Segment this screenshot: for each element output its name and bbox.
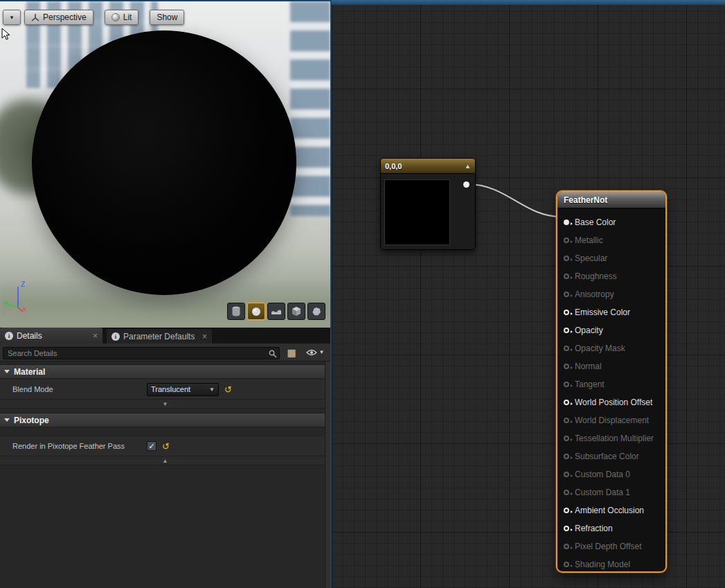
pin-row-emissive-color[interactable]: Emissive Color xyxy=(557,303,665,321)
input-pin-icon[interactable] xyxy=(564,346,569,351)
input-pin-icon[interactable] xyxy=(564,274,569,279)
lit-button[interactable]: Lit xyxy=(105,10,139,25)
input-pin-icon[interactable] xyxy=(564,220,569,225)
pixotope-category-header[interactable]: Pixotope xyxy=(0,413,330,427)
input-pin-icon[interactable] xyxy=(564,238,569,243)
perspective-icon xyxy=(31,13,39,21)
collapse-icon[interactable]: ▲ xyxy=(465,163,471,170)
pin-label: Custom Data 1 xyxy=(575,488,630,497)
blend-mode-row: Blend Mode Translucent ▼ ↺ xyxy=(0,380,330,400)
output-pin[interactable] xyxy=(463,181,469,188)
material-node-graph[interactable]: 0,0,0 ▲ FeatherNot Base ColorMetallicSpe… xyxy=(332,0,725,588)
pin-label: Tessellation Multiplier xyxy=(575,434,654,443)
cylinder-shape-button[interactable] xyxy=(227,303,245,320)
input-pin-icon[interactable] xyxy=(564,508,569,513)
pin-label: Tangent xyxy=(575,380,605,389)
pin-row-custom-data-0[interactable]: Custom Data 0 xyxy=(557,465,665,483)
input-pin-icon[interactable] xyxy=(564,310,569,315)
pin-label: Pixel Depth Offset xyxy=(575,542,642,551)
mouse-cursor xyxy=(1,28,11,44)
material-result-node[interactable]: FeatherNot Base ColorMetallicSpecularRou… xyxy=(556,190,667,573)
property-matrix-icon[interactable]: ▦ xyxy=(284,346,299,359)
constant-color-node[interactable]: 0,0,0 ▲ xyxy=(380,158,476,250)
input-pin-icon[interactable] xyxy=(564,454,569,459)
advanced-expander[interactable]: ▼ xyxy=(0,400,330,409)
input-pin-icon[interactable] xyxy=(564,328,569,333)
cube-shape-button[interactable] xyxy=(287,303,305,320)
lit-label: Lit xyxy=(123,12,132,22)
lit-sphere-icon xyxy=(111,13,120,21)
pin-row-roughness[interactable]: Roughness xyxy=(557,267,665,285)
tab-parameter-defaults[interactable]: i Parameter Defaults × xyxy=(107,329,212,344)
feather-pass-label: Render in Pixotope Feather Pass xyxy=(0,442,147,450)
pin-label: Metallic xyxy=(575,235,603,245)
preview-sphere xyxy=(32,30,296,295)
pin-row-base-color[interactable]: Base Color xyxy=(557,213,665,231)
details-search-row: ▦ ▼ xyxy=(0,344,330,362)
input-pin-icon[interactable] xyxy=(564,544,569,549)
pin-row-world-displacement[interactable]: World Displacement xyxy=(557,411,665,429)
chevron-down-icon: ▾ xyxy=(10,14,14,21)
reset-to-default-icon[interactable]: ↺ xyxy=(162,442,170,451)
input-pin-icon[interactable] xyxy=(564,256,569,261)
pin-row-opacity[interactable]: Opacity xyxy=(557,321,665,339)
graph-top-bar xyxy=(332,0,725,5)
input-pin-icon[interactable] xyxy=(564,526,569,531)
show-button[interactable]: Show xyxy=(150,10,184,25)
collapse-expander[interactable]: ▲ xyxy=(0,456,330,465)
pin-row-metallic[interactable]: Metallic xyxy=(557,231,665,249)
chevron-down-icon: ▼ xyxy=(209,386,215,393)
input-pin-icon[interactable] xyxy=(564,364,569,369)
svg-text:x: x xyxy=(23,305,26,312)
expanded-triangle-icon xyxy=(4,370,10,373)
color-swatch[interactable] xyxy=(384,179,450,245)
tab-label: Parameter Defaults xyxy=(123,332,195,341)
pin-row-world-position-offset[interactable]: World Position Offset xyxy=(557,393,665,411)
pin-label: Roughness xyxy=(575,271,617,281)
pin-row-ambient-occlusion[interactable]: Ambient Occlusion xyxy=(557,501,665,519)
reset-to-default-icon[interactable]: ↺ xyxy=(224,385,232,394)
plane-shape-button[interactable] xyxy=(267,303,285,320)
material-preview-viewport[interactable]: ▾ Perspective Lit Show xyxy=(0,0,330,328)
pin-row-tessellation-multiplier[interactable]: Tessellation Multiplier xyxy=(557,429,665,447)
pin-row-subsurface-color[interactable]: Subsurface Color xyxy=(557,447,665,465)
search-input[interactable] xyxy=(3,347,280,359)
close-icon[interactable]: × xyxy=(202,332,207,341)
constant-node-title: 0,0,0 xyxy=(385,162,402,170)
blend-mode-dropdown[interactable]: Translucent ▼ xyxy=(147,383,219,396)
sphere-shape-button[interactable] xyxy=(247,303,265,320)
input-pin-icon[interactable] xyxy=(564,562,569,567)
pin-row-custom-data-1[interactable]: Custom Data 1 xyxy=(557,483,665,501)
mesh-shape-button[interactable] xyxy=(307,303,325,320)
input-pin-icon[interactable] xyxy=(564,418,569,423)
pin-label: Custom Data 0 xyxy=(575,470,630,479)
input-pin-icon[interactable] xyxy=(564,292,569,297)
constant-node-header[interactable]: 0,0,0 ▲ xyxy=(381,159,475,174)
input-pin-icon[interactable] xyxy=(564,436,569,441)
pin-row-specular[interactable]: Specular xyxy=(557,249,665,267)
details-scrollbar[interactable] xyxy=(325,362,330,588)
feather-pass-row: Render in Pixotope Feather Pass ✓ ↺ xyxy=(0,436,330,456)
pin-row-anisotropy[interactable]: Anisotropy xyxy=(557,285,665,303)
tab-details[interactable]: i Details × xyxy=(0,328,102,344)
close-icon[interactable]: × xyxy=(93,332,98,340)
pin-row-shading-model[interactable]: Shading Model xyxy=(557,555,665,573)
input-pin-icon[interactable] xyxy=(564,400,569,405)
material-node-pins: Base ColorMetallicSpecularRoughnessAniso… xyxy=(557,208,665,573)
material-category-header[interactable]: Material xyxy=(0,364,330,379)
material-node-header[interactable]: FeatherNot xyxy=(557,192,665,208)
pin-label: Emissive Color xyxy=(575,308,630,317)
input-pin-icon[interactable] xyxy=(564,490,569,495)
perspective-button[interactable]: Perspective xyxy=(24,10,93,25)
pin-label: Opacity Mask xyxy=(575,344,625,353)
pin-row-pixel-depth-offset[interactable]: Pixel Depth Offset xyxy=(557,537,665,555)
pin-row-tangent[interactable]: Tangent xyxy=(557,375,665,393)
pin-row-refraction[interactable]: Refraction xyxy=(557,519,665,537)
view-options-button[interactable]: ▼ xyxy=(303,346,327,359)
pin-row-normal[interactable]: Normal xyxy=(557,357,665,375)
feather-pass-checkbox[interactable]: ✓ xyxy=(147,441,156,451)
viewport-options-dropdown[interactable]: ▾ xyxy=(3,10,21,25)
pin-row-opacity-mask[interactable]: Opacity Mask xyxy=(557,339,665,357)
input-pin-icon[interactable] xyxy=(564,472,569,477)
input-pin-icon[interactable] xyxy=(564,382,569,387)
